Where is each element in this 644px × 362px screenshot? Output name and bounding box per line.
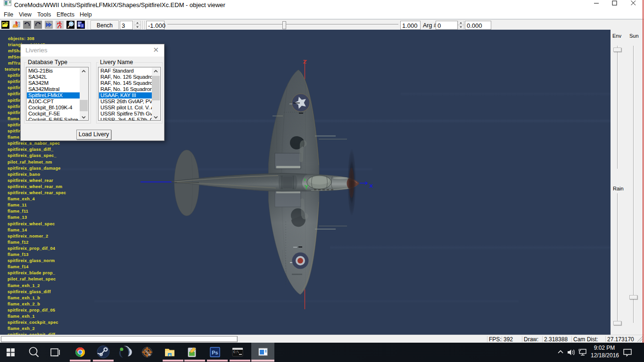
svg-text:Ps: Ps [212, 350, 218, 355]
svg-text:C:\: C:\ [233, 351, 239, 354]
